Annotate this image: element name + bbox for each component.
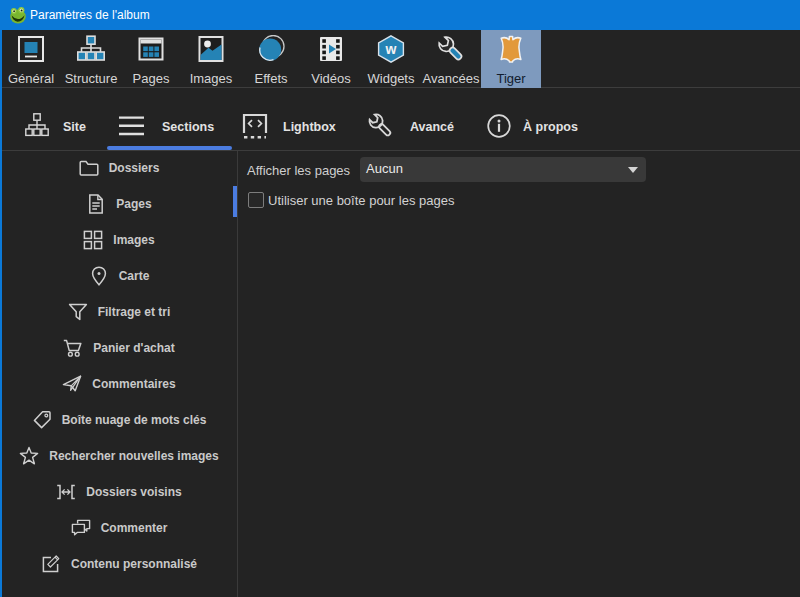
svg-text:w: w (385, 41, 397, 57)
